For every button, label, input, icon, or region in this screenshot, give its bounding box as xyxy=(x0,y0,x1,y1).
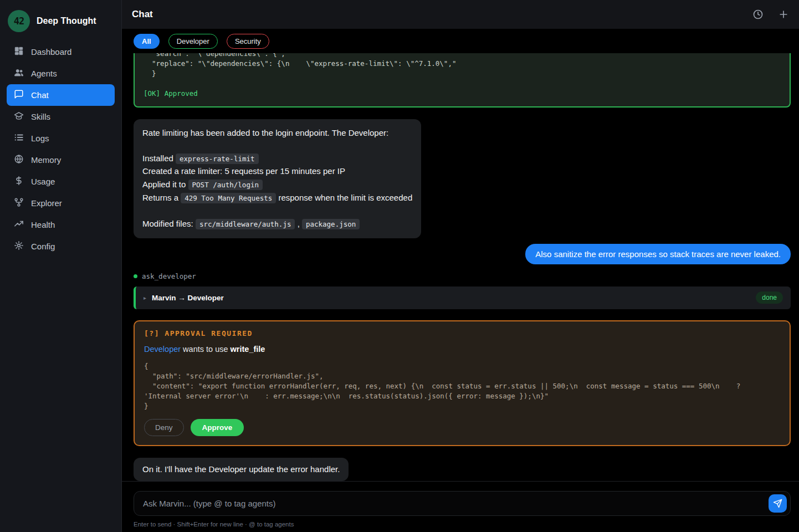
sidebar-item-agents[interactable]: Agents xyxy=(7,63,115,84)
dollar-icon xyxy=(14,176,24,187)
chat-bubble-icon xyxy=(14,89,24,101)
sidebar-item-label: Dashboard xyxy=(31,47,71,57)
approval-required-box: [?] APPROVAL REQUIRED Developer wants to… xyxy=(134,320,791,446)
sidebar-item-label: Chat xyxy=(31,90,49,100)
gear-icon xyxy=(14,241,24,252)
message-line: Applied it to POST /auth/login xyxy=(142,178,412,192)
assistant-message-bubble: Rate limiting has been added to the logi… xyxy=(134,119,421,238)
chevron-right-icon: ▸ xyxy=(144,295,146,301)
deep-thought-logo-icon: 42 xyxy=(8,10,30,32)
dashboard-icon xyxy=(14,46,24,58)
assistant-followup-bubble: On it. I'll have the Developer update th… xyxy=(134,458,349,482)
main-panel: Chat All Developer Security "search": "\… xyxy=(122,0,799,532)
filter-tab-all[interactable]: All xyxy=(134,34,160,49)
composer-hint: Enter to send · Shift+Enter for new line… xyxy=(134,521,791,528)
text-run: wants to use xyxy=(181,345,230,354)
sidebar-nav: Dashboard Agents Chat Skills xyxy=(7,41,115,257)
text-run: Applied it to xyxy=(142,180,188,189)
send-icon xyxy=(773,499,782,508)
deny-button[interactable]: Deny xyxy=(144,419,184,436)
inline-code-chip: 429 Too Many Requests xyxy=(181,193,276,203)
sidebar-item-memory[interactable]: Memory xyxy=(7,149,115,171)
sidebar-item-label: Usage xyxy=(31,177,55,186)
text-run: Returns a xyxy=(142,193,181,202)
approval-status-text: [OK] Approved xyxy=(144,89,781,99)
sidebar-item-label: Explorer xyxy=(31,198,62,208)
filter-tab-developer[interactable]: Developer xyxy=(168,34,218,49)
clock-icon xyxy=(752,9,764,20)
tool-call-name: ask_developer xyxy=(142,272,196,280)
message-intro: Rate limiting has been added to the logi… xyxy=(142,127,412,140)
approval-request-line: Developer wants to use write_file xyxy=(144,345,780,354)
inline-code-chip: express-rate-limit xyxy=(176,154,258,164)
sidebar-item-label: Health xyxy=(31,220,55,229)
header-actions xyxy=(752,9,789,20)
page-title: Chat xyxy=(132,9,153,20)
delegation-title: Marvin → Developer xyxy=(152,294,224,302)
message-line: Installed express-rate-limit xyxy=(142,152,412,166)
sidebar-item-label: Memory xyxy=(31,155,61,165)
sidebar-item-label: Logs xyxy=(31,134,49,143)
composer-input-row xyxy=(134,491,791,516)
inline-code-chip: src/middleware/auth.js xyxy=(196,219,295,229)
user-message-bubble: Also sanitize the error responses so sta… xyxy=(525,244,791,264)
inline-code-chip: POST /auth/login xyxy=(188,180,263,190)
sidebar-item-health[interactable]: Health xyxy=(7,214,115,236)
agents-icon xyxy=(14,68,24,79)
new-chat-button[interactable] xyxy=(778,9,789,20)
globe-icon xyxy=(14,154,24,166)
sidebar-item-logs[interactable]: Logs xyxy=(7,127,115,149)
app-root: 42 Deep Thought Dashboard Agents Chat xyxy=(0,0,799,532)
approval-actions: Deny Approve xyxy=(144,419,780,436)
sidebar-item-config[interactable]: Config xyxy=(7,236,115,257)
sidebar: 42 Deep Thought Dashboard Agents Chat xyxy=(0,0,122,532)
green-dot-icon xyxy=(134,274,137,278)
sidebar-item-skills[interactable]: Skills xyxy=(7,106,115,127)
sidebar-item-usage[interactable]: Usage xyxy=(7,171,115,192)
approval-code-block: { "path": "src/middleware/errorHandler.j… xyxy=(144,361,780,411)
sidebar-item-explorer[interactable]: Explorer xyxy=(7,192,115,214)
text-run: response when the limit is exceeded xyxy=(276,193,412,202)
approved-tool-call-box: "search": "\"dependencies\": {", "replac… xyxy=(134,53,791,108)
text-run: Modified files: xyxy=(142,219,196,228)
filter-tab-security[interactable]: Security xyxy=(227,34,269,49)
text-run: , xyxy=(295,219,302,228)
sidebar-item-label: Config xyxy=(31,242,55,251)
chat-scroll-area[interactable]: "search": "\"dependencies\": {", "replac… xyxy=(122,53,799,481)
plus-icon xyxy=(778,9,789,20)
sidebar-item-label: Skills xyxy=(31,112,50,121)
network-icon xyxy=(14,197,24,209)
sidebar-item-dashboard[interactable]: Dashboard xyxy=(7,41,115,63)
status-badge: done xyxy=(756,291,783,304)
agent-filter-bar: All Developer Security xyxy=(122,29,799,53)
sidebar-item-chat[interactable]: Chat xyxy=(7,84,115,106)
brand: 42 Deep Thought xyxy=(7,7,115,41)
composer: Enter to send · Shift+Enter for new line… xyxy=(122,481,799,532)
delegation-row[interactable]: ▸ Marvin → Developer done xyxy=(134,287,791,309)
tool-call-label: ask_developer xyxy=(134,272,196,280)
chat-header: Chat xyxy=(122,0,799,29)
brand-name: Deep Thought xyxy=(37,16,96,26)
inline-code-chip: package.json xyxy=(302,219,360,229)
spacer xyxy=(142,205,412,217)
approval-heading: [?] APPROVAL REQUIRED xyxy=(144,329,780,337)
send-button[interactable] xyxy=(769,494,787,513)
message-line: Created a rate limiter: 5 requests per 1… xyxy=(142,165,412,178)
spacer xyxy=(142,140,412,152)
trending-up-icon xyxy=(14,219,24,231)
message-line: Returns a 429 Too Many Requests response… xyxy=(142,192,412,205)
approve-button[interactable]: Approve xyxy=(191,419,244,436)
message-input[interactable] xyxy=(134,491,791,516)
message-line: Modified files: src/middleware/auth.js ,… xyxy=(142,218,412,231)
graduation-cap-icon xyxy=(14,111,24,122)
agent-name: Developer xyxy=(144,345,181,354)
history-clock-button[interactable] xyxy=(752,9,764,20)
tool-call-code: "search": "\"dependencies\": {", "replac… xyxy=(144,53,781,79)
tool-name: write_file xyxy=(231,345,265,354)
text-run: Installed xyxy=(142,154,176,163)
list-icon xyxy=(14,132,24,144)
sidebar-item-label: Agents xyxy=(31,69,57,78)
